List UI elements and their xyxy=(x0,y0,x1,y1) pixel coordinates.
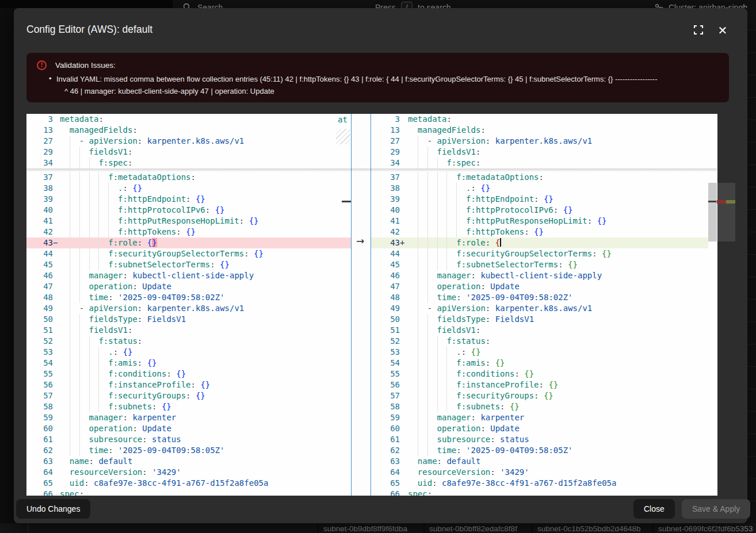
code-line-13[interactable]: 13managedFields: xyxy=(371,125,708,136)
code-line-66[interactable]: 66spec: xyxy=(26,489,351,496)
code-line-37[interactable]: 37f:metadataOptions: xyxy=(26,172,351,183)
code-line-47[interactable]: 47operation: Update xyxy=(371,281,708,292)
code-line-60[interactable]: 60operation: Update xyxy=(26,423,351,434)
diff-editor: 37f:metadataOptions:38.: {}39f:httpEndpo… xyxy=(26,114,740,496)
code-line-43[interactable]: 43−f:role: {} xyxy=(26,237,351,248)
original-editor-pane[interactable]: 37f:metadataOptions:38.: {}39f:httpEndpo… xyxy=(26,114,351,496)
code-line-40[interactable]: 40f:httpProtocolIPv6: {} xyxy=(26,205,351,216)
code-line-56[interactable]: 56f:instanceProfile: {} xyxy=(371,379,708,390)
code-line-51[interactable]: 51fieldsV1: xyxy=(371,325,708,336)
code-line-41[interactable]: 41f:httpPutResponseHopLimit: {} xyxy=(26,216,351,227)
overview-mark-right xyxy=(708,201,716,202)
fullscreen-icon[interactable] xyxy=(693,24,705,37)
code-line-37[interactable]: 37f:metadataOptions: xyxy=(371,172,708,183)
code-line-66[interactable]: 66spec: xyxy=(371,489,708,496)
code-line-63[interactable]: 63name: default xyxy=(371,456,708,467)
code-line-46[interactable]: 46manager: kubectl-client-side-apply xyxy=(371,270,708,281)
code-line-52[interactable]: 52f:status: xyxy=(26,336,351,347)
code-line-38[interactable]: 38.: {} xyxy=(371,183,708,194)
modified-sticky-scroll[interactable]: 3metadata:13managedFields:27- apiVersion… xyxy=(371,114,708,168)
code-line-48[interactable]: 48time: '2025-09-04T09:58:02Z' xyxy=(371,292,708,303)
code-line-53[interactable]: 53.: {} xyxy=(371,347,708,358)
subnet-cell: subnet-0b0bff82edafc8f8f xyxy=(429,524,517,533)
code-line-65[interactable]: 65uid: c8afe97e-38cc-4f91-a767-d15f2a8fe… xyxy=(26,478,351,489)
code-line-49[interactable]: 49- apiVersion: karpenter.k8s.aws/v1 xyxy=(371,303,708,314)
code-line-48[interactable]: 48time: '2025-09-04T09:58:02Z' xyxy=(26,292,351,303)
code-line-63[interactable]: 63name: default xyxy=(26,456,351,467)
validation-message-line1: Invalid YAML: missed comma between flow … xyxy=(56,75,658,83)
code-line-45[interactable]: 45f:subnetSelectorTerms: {} xyxy=(371,259,708,270)
modified-code[interactable]: 37f:metadataOptions:38.: {}39f:httpEndpo… xyxy=(371,172,708,496)
code-line-55[interactable]: 55f:conditions: {} xyxy=(371,369,708,379)
error-icon: ! xyxy=(37,60,47,70)
bullet: • xyxy=(49,74,52,83)
cell-divider xyxy=(318,523,319,533)
code-line-3[interactable]: 3metadata: xyxy=(26,114,351,125)
code-line-53[interactable]: 53.: {} xyxy=(26,347,351,358)
code-line-64[interactable]: 64resourceVersion: '3429' xyxy=(371,467,708,478)
validation-banner: ! Validation Issues: • Invalid YAML: mis… xyxy=(26,53,729,102)
code-line-52[interactable]: 52f:status: xyxy=(371,336,708,347)
validation-heading: Validation Issues: xyxy=(55,61,116,70)
code-line-27[interactable]: 27- apiVersion: karpenter.k8s.aws/v1 xyxy=(26,136,351,147)
code-line-42[interactable]: 42f:httpTokens: {} xyxy=(26,227,351,237)
code-line-27[interactable]: 27- apiVersion: karpenter.k8s.aws/v1 xyxy=(371,136,708,147)
code-line-64[interactable]: 64resourceVersion: '3429' xyxy=(26,467,351,478)
code-line-41[interactable]: 41f:httpPutResponseHopLimit: {} xyxy=(371,216,708,227)
original-sticky-scroll[interactable]: 3metadata:13managedFields:27- apiVersion… xyxy=(26,114,351,168)
editor-scrollbar-slider[interactable] xyxy=(708,183,717,241)
code-line-54[interactable]: 54f:amis: {} xyxy=(371,358,708,369)
code-line-49[interactable]: 49- apiVersion: karpenter.k8s.aws/v1 xyxy=(26,303,351,314)
code-line-44[interactable]: 44f:securityGroupSelectorTerms: {} xyxy=(26,248,351,259)
code-line-38[interactable]: 38.: {} xyxy=(26,183,351,194)
diff-overview-ruler[interactable] xyxy=(717,114,740,496)
close-icon[interactable]: ✕ xyxy=(716,24,730,37)
code-line-51[interactable]: 51fieldsV1: xyxy=(26,325,351,336)
code-line-62[interactable]: 62time: '2025-09-04T09:58:05Z' xyxy=(371,445,708,456)
code-line-40[interactable]: 40f:httpProtocolIPv6: {} xyxy=(371,205,708,216)
code-line-57[interactable]: 57f:securityGroups: {} xyxy=(26,390,351,401)
modified-editor-pane[interactable]: 37f:metadataOptions:38.: {}39f:httpEndpo… xyxy=(371,114,708,496)
code-line-55[interactable]: 55f:conditions: {} xyxy=(26,369,351,379)
code-line-62[interactable]: 62time: '2025-09-04T09:58:05Z' xyxy=(26,445,351,456)
code-line-56[interactable]: 56f:instanceProfile: {} xyxy=(26,379,351,390)
code-line-39[interactable]: 39f:httpEndpoint: {} xyxy=(371,194,708,205)
code-line-59[interactable]: 59manager: karpenter xyxy=(371,412,708,423)
undo-changes-button[interactable]: Undo Changes xyxy=(16,499,90,519)
code-line-13[interactable]: 13managedFields: xyxy=(26,125,351,136)
code-line-45[interactable]: 45f:subnetSelectorTerms: {} xyxy=(26,259,351,270)
editor-scrollbar-track[interactable] xyxy=(708,114,717,496)
code-line-34[interactable]: 34f:spec: xyxy=(371,158,708,168)
code-line-57[interactable]: 57f:securityGroups: {} xyxy=(371,390,708,401)
code-line-65[interactable]: 65uid: c8afe97e-38cc-4f91-a767-d15f2a8fe… xyxy=(371,478,708,489)
code-line-39[interactable]: 39f:httpEndpoint: {} xyxy=(26,194,351,205)
code-line-29[interactable]: 29fieldsV1: xyxy=(26,147,351,158)
code-line-61[interactable]: 61subresource: status xyxy=(26,434,351,445)
code-line-60[interactable]: 60operation: Update xyxy=(371,423,708,434)
to-search-label: to search xyxy=(418,3,451,8)
code-line-50[interactable]: 50fieldsType: FieldsV1 xyxy=(371,314,708,325)
validation-message-line2: ^ 46 | manager: kubectl-client-side-appl… xyxy=(64,87,274,95)
code-line-43[interactable]: 43+f:role: { xyxy=(371,237,708,248)
code-line-47[interactable]: 47operation: Update xyxy=(26,281,351,292)
revert-arrow-icon[interactable]: → xyxy=(356,235,364,247)
cluster-icon xyxy=(655,3,664,8)
code-line-42[interactable]: 42f:httpTokens: {} xyxy=(371,227,708,237)
code-line-50[interactable]: 50fieldsType: FieldsV1 xyxy=(26,314,351,325)
code-line-29[interactable]: 29fieldsV1: xyxy=(371,147,708,158)
screen: Search Press / to search Cluster: anirba… xyxy=(0,0,756,533)
code-line-44[interactable]: 44f:securityGroupSelectorTerms: {} xyxy=(371,248,708,259)
code-line-34[interactable]: 34f:spec: xyxy=(26,158,351,168)
code-line-46[interactable]: 46manager: kubectl-client-side-apply xyxy=(26,270,351,281)
code-line-3[interactable]: 3metadata: xyxy=(371,114,708,125)
save-apply-button[interactable]: Save & Apply xyxy=(682,499,750,519)
original-code[interactable]: 37f:metadataOptions:38.: {}39f:httpEndpo… xyxy=(26,172,351,496)
code-line-54[interactable]: 54f:amis: {} xyxy=(26,358,351,369)
code-line-59[interactable]: 59manager: karpenter xyxy=(26,412,351,423)
code-line-58[interactable]: 58f:subnets: {} xyxy=(26,401,351,412)
search-input: Search xyxy=(197,3,223,8)
code-line-61[interactable]: 61subresource: status xyxy=(371,434,708,445)
close-button[interactable]: Close xyxy=(633,499,675,519)
background-sidebar-border xyxy=(28,523,28,533)
code-line-58[interactable]: 58f:subnets: {} xyxy=(371,401,708,412)
